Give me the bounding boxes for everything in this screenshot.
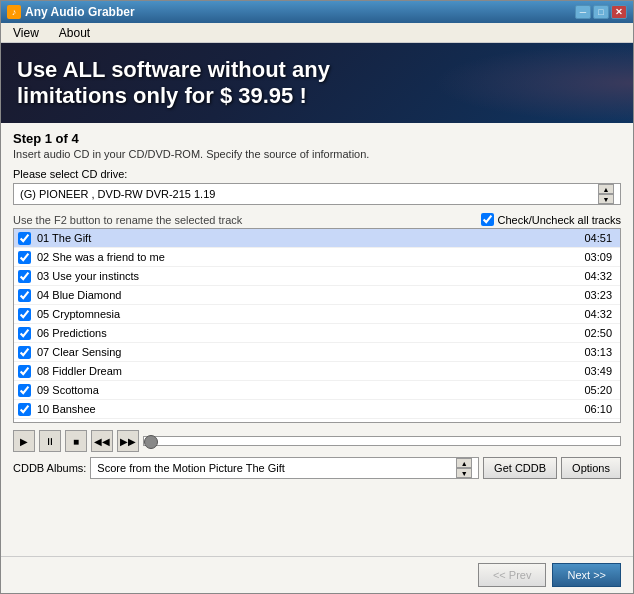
track-checkbox[interactable]: [18, 308, 31, 321]
spinner-up[interactable]: ▲: [598, 184, 614, 194]
track-duration: 04:51: [584, 232, 612, 244]
track-list-label: Use the F2 button to rename the selected…: [13, 214, 242, 226]
app-icon: ♪: [7, 5, 21, 19]
spinner-down[interactable]: ▼: [598, 194, 614, 204]
track-duration: 05:20: [584, 384, 612, 396]
track-name: 09 Scottoma: [37, 384, 584, 396]
track-name: 04 Blue Diamond: [37, 289, 584, 301]
cddb-row: CDDB Albums: Score from the Motion Pictu…: [13, 457, 621, 479]
track-name: 08 Fiddler Dream: [37, 365, 584, 377]
track-item[interactable]: 06 Predictions02:50: [14, 324, 620, 343]
bottom-nav: << Prev Next >>: [1, 556, 633, 593]
step-title: Step 1 of 4: [13, 131, 621, 146]
track-name: 01 The Gift: [37, 232, 584, 244]
cddb-spinner-down[interactable]: ▼: [456, 468, 472, 478]
drive-select-container[interactable]: (G) PIONEER , DVD-RW DVR-215 1.19 ▲ ▼: [13, 183, 621, 205]
close-button[interactable]: ✕: [611, 5, 627, 19]
playback-controls: ▶ ⏸ ■ ◀◀ ▶▶: [13, 429, 621, 453]
track-list[interactable]: 01 The Gift04:5102 She was a friend to m…: [13, 228, 621, 423]
track-item[interactable]: 07 Clear Sensing03:13: [14, 343, 620, 362]
stop-button[interactable]: ■: [65, 430, 87, 452]
track-checkbox[interactable]: [18, 403, 31, 416]
promo-banner: Use ALL software without any limitations…: [1, 43, 633, 123]
main-content: Step 1 of 4 Insert audio CD in your CD/D…: [1, 123, 633, 556]
rewind-button[interactable]: ◀◀: [91, 430, 113, 452]
drive-select-value: (G) PIONEER , DVD-RW DVR-215 1.19: [20, 188, 215, 200]
track-duration: 04:32: [584, 308, 612, 320]
track-duration: 03:13: [584, 346, 612, 358]
window-title: Any Audio Grabber: [25, 5, 135, 19]
check-all-checkbox[interactable]: [481, 213, 494, 226]
track-checkbox[interactable]: [18, 251, 31, 264]
track-item[interactable]: 05 Cryptomnesia04:32: [14, 305, 620, 324]
track-item[interactable]: 09 Scottoma05:20: [14, 381, 620, 400]
forward-button[interactable]: ▶▶: [117, 430, 139, 452]
track-checkbox[interactable]: [18, 270, 31, 283]
options-button[interactable]: Options: [561, 457, 621, 479]
progress-thumb[interactable]: [144, 435, 158, 449]
track-checkbox[interactable]: [18, 384, 31, 397]
track-name: 06 Predictions: [37, 327, 584, 339]
track-checkbox[interactable]: [18, 289, 31, 302]
menu-view[interactable]: View: [5, 24, 47, 42]
get-cddb-button[interactable]: Get CDDB: [483, 457, 557, 479]
menu-about[interactable]: About: [51, 24, 98, 42]
drive-spinner[interactable]: ▲ ▼: [598, 184, 614, 204]
cddb-label: CDDB Albums:: [13, 462, 86, 474]
track-item[interactable]: 03 Use your instincts04:32: [14, 267, 620, 286]
track-checkbox[interactable]: [18, 346, 31, 359]
track-checkbox[interactable]: [18, 327, 31, 340]
title-bar: ♪ Any Audio Grabber ─ □ ✕: [1, 1, 633, 23]
track-duration: 03:49: [584, 365, 612, 377]
check-all-area[interactable]: Check/Uncheck all tracks: [481, 213, 622, 226]
cddb-value: Score from the Motion Picture The Gift: [97, 462, 284, 474]
play-button[interactable]: ▶: [13, 430, 35, 452]
track-item[interactable]: 10 Banshee06:10: [14, 400, 620, 419]
check-all-label: Check/Uncheck all tracks: [498, 214, 622, 226]
track-name: 05 Cryptomnesia: [37, 308, 584, 320]
track-duration: 02:50: [584, 327, 612, 339]
track-checkbox[interactable]: [18, 232, 31, 245]
track-duration: 06:10: [584, 403, 612, 415]
next-button[interactable]: Next >>: [552, 563, 621, 587]
track-item[interactable]: 01 The Gift04:51: [14, 229, 620, 248]
step-description: Insert audio CD in your CD/DVD-ROM. Spec…: [13, 148, 621, 160]
track-duration: 03:09: [584, 251, 612, 263]
track-name: 02 She was a friend to me: [37, 251, 584, 263]
track-name: 03 Use your instincts: [37, 270, 584, 282]
minimize-button[interactable]: ─: [575, 5, 591, 19]
track-name: 10 Banshee: [37, 403, 584, 415]
title-bar-left: ♪ Any Audio Grabber: [7, 5, 135, 19]
track-name: 07 Clear Sensing: [37, 346, 584, 358]
cddb-spinner-up[interactable]: ▲: [456, 458, 472, 468]
menu-bar: View About: [1, 23, 633, 43]
maximize-button[interactable]: □: [593, 5, 609, 19]
banner-text: Use ALL software without any limitations…: [17, 57, 330, 110]
track-duration: 04:32: [584, 270, 612, 282]
progress-bar[interactable]: [143, 436, 621, 446]
track-item[interactable]: 08 Fiddler Dream03:49: [14, 362, 620, 381]
track-item[interactable]: 04 Blue Diamond03:23: [14, 286, 620, 305]
drive-label: Please select CD drive:: [13, 168, 621, 180]
cddb-input[interactable]: Score from the Motion Picture The Gift ▲…: [90, 457, 479, 479]
track-list-header: Use the F2 button to rename the selected…: [13, 213, 621, 226]
title-bar-controls: ─ □ ✕: [575, 5, 627, 19]
pause-button[interactable]: ⏸: [39, 430, 61, 452]
track-checkbox[interactable]: [18, 365, 31, 378]
track-duration: 03:23: [584, 289, 612, 301]
cddb-spinner[interactable]: ▲ ▼: [456, 458, 472, 478]
prev-button[interactable]: << Prev: [478, 563, 547, 587]
track-item[interactable]: 02 She was a friend to me03:09: [14, 248, 620, 267]
main-window: ♪ Any Audio Grabber ─ □ ✕ View About Use…: [0, 0, 634, 594]
